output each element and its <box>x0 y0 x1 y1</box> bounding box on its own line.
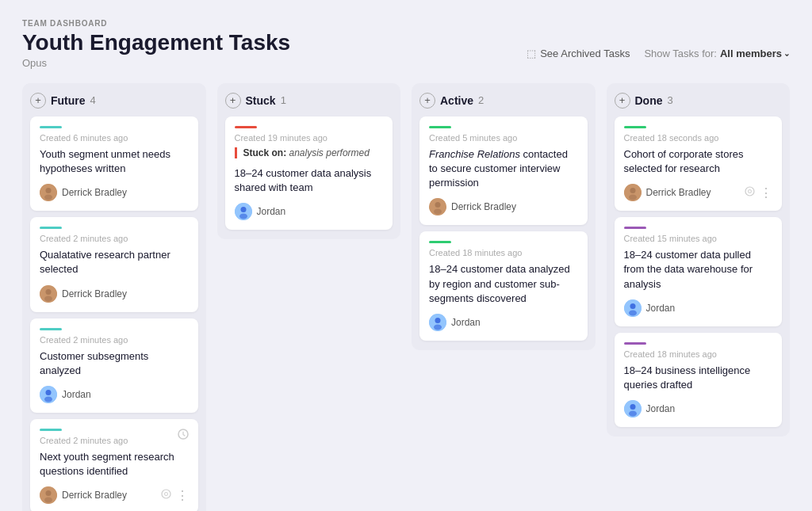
card-a1[interactable]: Created 5 minutes agoFranchise Relations… <box>419 116 588 226</box>
github-icon[interactable] <box>745 186 755 199</box>
card-timestamp: Created 2 minutes ago <box>40 234 189 243</box>
svg-point-2 <box>44 195 52 200</box>
card-status-bar <box>235 126 257 128</box>
avatar-row: Jordan <box>624 400 676 418</box>
card-status-bar <box>40 227 62 229</box>
avatar <box>624 400 642 418</box>
card-status-bar <box>624 227 646 229</box>
top-actions: ⬚ See Archived Tasks Show Tasks for: All… <box>527 19 790 59</box>
card-timestamp: Created 18 minutes ago <box>624 349 773 359</box>
assignee-name: Jordan <box>646 403 676 414</box>
column-active: +Active2Created 5 minutes agoFranchise R… <box>412 83 596 350</box>
card-status-bar <box>40 126 62 128</box>
card-d2[interactable]: Created 15 minutes ago18–24 customer dat… <box>615 217 783 326</box>
svg-point-22 <box>435 318 441 323</box>
show-tasks-dropdown[interactable]: All members ⌄ <box>720 48 790 59</box>
svg-point-20 <box>434 209 442 215</box>
svg-point-30 <box>630 303 635 309</box>
card-title: 18–24 customer data analysis shared with… <box>235 166 384 195</box>
avatar-row: Derrick Bradley <box>624 184 711 201</box>
svg-point-7 <box>46 390 52 395</box>
svg-point-17 <box>239 214 247 219</box>
svg-point-26 <box>629 195 637 200</box>
assignee-name: Derrick Bradley <box>62 288 127 299</box>
card-status-bar <box>429 126 451 128</box>
svg-point-13 <box>162 490 170 498</box>
svg-point-4 <box>46 289 52 295</box>
avatar-row: Jordan <box>40 386 91 403</box>
column-title-active: Active <box>440 94 473 107</box>
column-stuck: +Stuck1Created 19 minutes agoStuck on: a… <box>217 83 401 239</box>
svg-point-33 <box>630 404 635 410</box>
avatar <box>624 184 642 201</box>
column-header-active: +Active2 <box>419 93 588 109</box>
add-card-active-button[interactable]: + <box>419 93 435 109</box>
svg-point-1 <box>46 188 52 193</box>
more-options-icon[interactable]: ⋮ <box>760 185 772 200</box>
card-status-bar <box>429 241 451 243</box>
header-left: TEAM DASHBOARD Youth Engagement Tasks Op… <box>22 19 290 69</box>
card-title: Customer subsegments analyzed <box>40 349 189 378</box>
card-footer: Derrick Bradley⋮ <box>624 184 773 201</box>
column-future: +Future4Created 6 minutes agoYouth segme… <box>22 83 206 511</box>
add-card-stuck-button[interactable]: + <box>225 93 241 109</box>
column-header-stuck: +Stuck1 <box>225 93 393 109</box>
avatar <box>40 486 57 504</box>
card-f2[interactable]: Created 2 minutes agoQualatative researc… <box>30 217 198 311</box>
card-timestamp: Created 2 minutes ago <box>40 436 189 445</box>
github-icon[interactable] <box>161 489 171 501</box>
team-label: TEAM DASHBOARD <box>22 19 290 28</box>
card-title: Qualatative research partner selected <box>40 248 189 276</box>
svg-point-19 <box>435 202 441 208</box>
svg-point-25 <box>630 188 635 193</box>
more-options-icon[interactable]: ⋮ <box>176 488 189 503</box>
card-status-bar <box>624 342 646 345</box>
card-status-bar <box>40 429 62 431</box>
card-f4[interactable]: Created 2 minutes agoNext youth segment … <box>30 419 198 511</box>
card-title: 18–24 customer data pulled from the data… <box>624 248 773 292</box>
assignee-name: Jordan <box>451 317 481 328</box>
archived-tasks-label: See Archived Tasks <box>540 48 630 59</box>
avatar-row: Jordan <box>235 203 286 220</box>
card-f1[interactable]: Created 6 minutes agoYouth segment unmet… <box>30 116 198 211</box>
card-footer: Jordan <box>429 314 578 331</box>
svg-point-31 <box>629 310 637 315</box>
assignee-name: Derrick Bradley <box>646 187 711 198</box>
card-title: Youth segment unmet needs hypotheses wri… <box>40 147 189 176</box>
chevron-down-icon: ⌄ <box>783 49 790 58</box>
page-title: Youth Engagement Tasks <box>22 31 290 55</box>
card-timestamp: Created 2 minutes ago <box>40 335 189 345</box>
archived-tasks-link[interactable]: ⬚ See Archived Tasks <box>527 48 630 59</box>
card-d3[interactable]: Created 18 minutes ago18–24 business int… <box>615 333 783 427</box>
svg-point-8 <box>44 396 52 402</box>
avatar-row: Derrick Bradley <box>40 486 127 504</box>
svg-point-14 <box>164 493 167 496</box>
svg-point-16 <box>240 207 246 212</box>
add-card-future-button[interactable]: + <box>30 93 46 109</box>
avatar <box>40 184 57 201</box>
avatar-row: Derrick Bradley <box>429 198 516 215</box>
column-header-future: +Future4 <box>30 93 198 109</box>
column-title-future: Future <box>51 94 86 107</box>
card-footer: Derrick Bradley⋮ <box>40 486 189 504</box>
card-s1[interactable]: Created 19 minutes agoStuck on: analysis… <box>225 116 393 230</box>
clock-icon <box>178 429 189 442</box>
card-footer: Jordan <box>624 299 773 317</box>
card-footer: Jordan <box>624 400 773 418</box>
card-a2[interactable]: Created 18 minutes ago18–24 customer dat… <box>419 231 588 341</box>
card-footer: Jordan <box>235 203 384 220</box>
svg-point-12 <box>44 498 52 503</box>
avatar-row: Derrick Bradley <box>40 285 127 303</box>
show-tasks-label: Show Tasks for: <box>644 48 717 59</box>
add-card-done-button[interactable]: + <box>615 93 630 109</box>
column-count-active: 2 <box>478 94 484 106</box>
card-f3[interactable]: Created 2 minutes agoCustomer subsegment… <box>30 318 198 413</box>
stuck-note: Stuck on: analysis performed <box>235 147 384 158</box>
card-footer: Derrick Bradley <box>40 285 189 303</box>
card-d1[interactable]: Created 18 seconds agoCohort of corporat… <box>615 116 783 211</box>
card-timestamp: Created 18 seconds ago <box>624 133 773 143</box>
assignee-name: Jordan <box>257 206 286 217</box>
assignee-name: Jordan <box>646 303 676 314</box>
avatar-row: Derrick Bradley <box>40 184 127 201</box>
avatar <box>40 386 57 403</box>
